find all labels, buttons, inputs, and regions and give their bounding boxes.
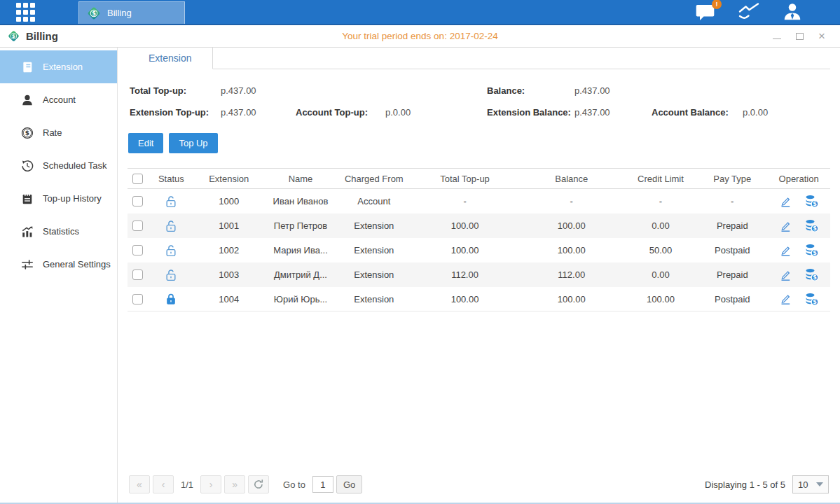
user-account-button[interactable] (781, 1, 804, 22)
select-all-checkbox[interactable] (132, 174, 143, 184)
edit-icon[interactable] (779, 269, 792, 281)
row-checkbox[interactable] (132, 270, 143, 280)
cell-balance: 100.00 (519, 220, 624, 231)
svg-text:$: $ (813, 201, 817, 207)
table-row: 1000Иван ИвановAccount----$ (128, 189, 830, 214)
account-icon (21, 94, 34, 106)
column-header-pay-type: Pay Type (697, 174, 767, 184)
cell-balance: - (519, 196, 624, 206)
svg-text:$: $ (813, 250, 817, 256)
sidebar-item-scheduled-task[interactable]: Scheduled Task (0, 149, 117, 182)
cell-operation: $ (767, 268, 830, 281)
cell-balance: 100.00 (519, 294, 624, 304)
cell-pay-type: - (697, 196, 767, 206)
sidebar-item-topup-history[interactable]: Top-up History (0, 182, 117, 215)
edit-button[interactable]: Edit (128, 133, 163, 153)
maximize-button[interactable] (794, 31, 805, 42)
page-size-dropdown[interactable]: 10 (792, 475, 829, 493)
sidebar-item-label: Statistics (43, 226, 79, 237)
edit-icon[interactable] (779, 220, 792, 232)
cell-operation: $ (767, 195, 830, 208)
extension-balance-label: Extension Balance: (487, 107, 571, 118)
column-header-charged-from: Charged From (337, 174, 411, 184)
svg-text:$: $ (813, 274, 817, 281)
table-row: 1003Дмитрий Д...Extension112.00112.000.0… (128, 262, 830, 287)
pagination-bar: « ‹ 1/1 › » Go to Go Displaying 1 - 5 o (128, 475, 830, 503)
account-topup-label: Account Top-up: (296, 107, 368, 118)
cell-pay-type: Postpaid (697, 245, 767, 255)
grid-icon (16, 3, 35, 22)
account-topup-value: p.0.00 (385, 107, 411, 118)
rate-icon: $ (21, 127, 34, 139)
column-header-extension: Extension (194, 174, 264, 184)
row-checkbox[interactable] (132, 294, 143, 304)
topup-coins-icon[interactable]: $ (804, 244, 819, 257)
topup-history-icon (21, 192, 34, 205)
extension-icon (21, 61, 34, 74)
cell-total-topup: 100.00 (411, 245, 519, 255)
billing-diamond-icon: $ (86, 6, 102, 21)
sidebar-item-label: Extension (43, 62, 83, 72)
cell-charged-from: Extension (337, 220, 411, 231)
refresh-icon (253, 479, 264, 490)
row-checkbox[interactable] (132, 245, 143, 255)
cell-extension: 1002 (194, 245, 264, 255)
go-button[interactable]: Go (336, 475, 362, 493)
sidebar-item-label: Top-up History (43, 193, 102, 204)
cell-operation: $ (767, 219, 830, 232)
taskbar-tab-billing[interactable]: $ Billing (78, 1, 185, 24)
status-locked-icon (149, 293, 194, 305)
column-header-total-top-up: Total Top-up (411, 174, 519, 184)
refresh-button[interactable] (248, 475, 269, 493)
chevron-down-icon (816, 482, 823, 486)
sidebar-item-extension[interactable]: Extension (0, 50, 117, 83)
sidebar-item-account[interactable]: Account (0, 83, 117, 116)
first-page-button[interactable]: « (129, 475, 150, 493)
last-page-button[interactable]: » (224, 475, 245, 493)
row-checkbox[interactable] (132, 220, 143, 231)
topup-coins-icon[interactable]: $ (804, 293, 819, 306)
cell-extension: 1003 (194, 270, 264, 280)
edit-icon[interactable] (779, 293, 792, 305)
notification-badge: ! (712, 0, 722, 9)
tab-extension[interactable]: Extension (128, 48, 213, 69)
prev-page-button[interactable]: ‹ (153, 475, 174, 493)
sidebar-item-label: General Settings (43, 259, 111, 270)
main-content: Extension Total Top-up: p.437.00 Balance… (118, 48, 840, 503)
extension-topup-label: Extension Top-up: (130, 107, 209, 118)
column-header-operation: Operation (767, 174, 830, 184)
topup-coins-icon[interactable]: $ (804, 219, 819, 232)
cell-total-topup: 100.00 (411, 220, 519, 231)
cell-charged-from: Extension (337, 294, 411, 304)
status-unlocked-icon (149, 244, 194, 257)
taskbar-tab-label: Billing (107, 8, 132, 18)
status-unlocked-icon (149, 195, 194, 208)
sidebar: Extension Account $ (0, 48, 118, 503)
next-page-button[interactable]: › (200, 475, 221, 493)
edit-icon[interactable] (779, 244, 792, 257)
cell-operation: $ (767, 293, 830, 306)
topup-coins-icon[interactable]: $ (804, 268, 819, 281)
minimize-button[interactable] (771, 31, 783, 42)
page-size-value: 10 (798, 479, 808, 490)
sidebar-item-rate[interactable]: $ Rate (0, 116, 117, 149)
goto-page-input[interactable] (312, 476, 333, 493)
cell-charged-from: Extension (337, 245, 411, 255)
page-indicator: 1/1 (181, 479, 193, 490)
account-balance-value: p.0.00 (743, 107, 768, 118)
topup-coins-icon[interactable]: $ (804, 195, 819, 208)
displaying-text: Displaying 1 - 5 of 5 (705, 479, 785, 490)
edit-icon[interactable] (779, 195, 792, 208)
row-checkbox[interactable] (132, 196, 143, 206)
sidebar-item-general-settings[interactable]: General Settings (0, 248, 117, 281)
sidebar-item-label: Scheduled Task (43, 160, 107, 171)
close-button[interactable]: × (816, 31, 827, 42)
top-up-button[interactable]: Top Up (169, 133, 217, 153)
sidebar-item-statistics[interactable]: Statistics (0, 215, 117, 248)
cell-extension: 1001 (194, 220, 264, 231)
messages-button[interactable]: ! (694, 1, 717, 22)
cell-extension: 1000 (194, 196, 264, 206)
statistics-chart-button[interactable] (738, 1, 760, 22)
app-grid-icon[interactable] (0, 0, 50, 24)
svg-text:$: $ (92, 10, 96, 17)
